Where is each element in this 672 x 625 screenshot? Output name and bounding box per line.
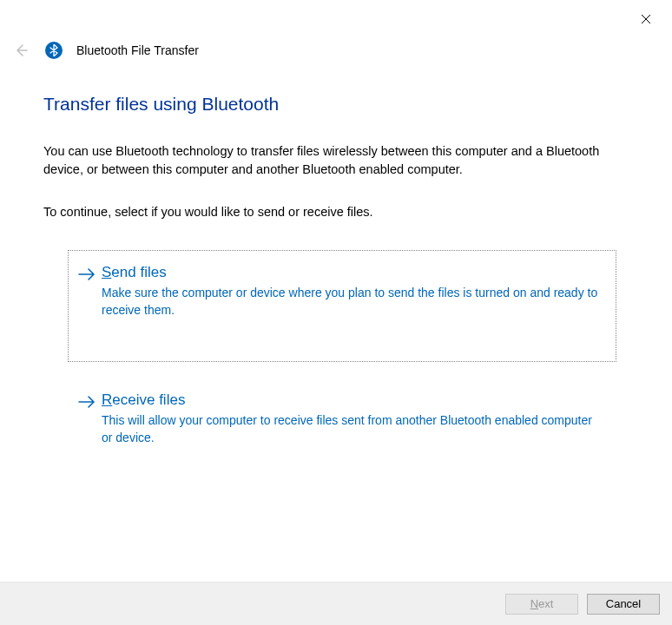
arrow-right-icon — [77, 265, 96, 284]
option-receive-desc: This will allow your computer to receive… — [102, 411, 605, 447]
option-receive-title: Receive files — [102, 391, 605, 410]
page-instruction: To continue, select if you would like to… — [43, 205, 620, 219]
app-title: Bluetooth File Transfer — [76, 43, 199, 57]
wizard-footer: Next Cancel — [0, 582, 672, 625]
option-send-body: Send files Make sure the computer or dev… — [102, 263, 605, 319]
bluetooth-icon — [45, 42, 63, 59]
page-heading: Transfer files using Bluetooth — [43, 94, 620, 115]
cancel-button[interactable]: Cancel — [587, 594, 660, 615]
wizard-header: Bluetooth File Transfer — [12, 42, 199, 59]
page-description: You can use Bluetooth technology to tran… — [43, 142, 620, 179]
wizard-content: Transfer files using Bluetooth You can u… — [43, 94, 620, 475]
close-icon — [641, 14, 651, 24]
arrow-right-icon — [77, 392, 96, 411]
option-send-desc: Make sure the computer or device where y… — [102, 284, 605, 319]
back-button — [12, 42, 30, 59]
option-send-files[interactable]: Send files Make sure the computer or dev… — [68, 250, 616, 362]
option-receive-files[interactable]: Receive files This will allow your compu… — [68, 378, 616, 460]
option-send-title: Send files — [102, 263, 605, 282]
close-button[interactable] — [636, 9, 656, 30]
option-receive-body: Receive files This will allow your compu… — [102, 391, 605, 447]
next-button: Next — [505, 594, 578, 615]
back-arrow-icon — [14, 43, 28, 57]
